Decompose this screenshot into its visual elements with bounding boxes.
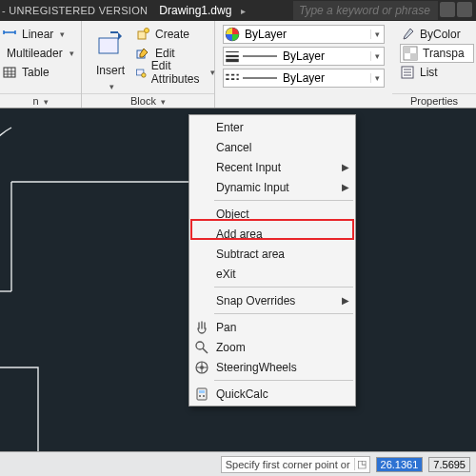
list-button[interactable]: List [400, 63, 474, 82]
pan-icon [194, 320, 209, 335]
panel-properties: ByColor Transpa List Properties [392, 21, 476, 108]
prompt-options-icon[interactable]: ◳ [354, 458, 369, 470]
ctx-exit[interactable]: eXit [189, 264, 355, 284]
ctx-separator [214, 287, 353, 288]
svg-rect-11 [404, 47, 410, 53]
ctx-add-area[interactable]: Add area [189, 224, 355, 244]
quickcalc-icon [194, 387, 209, 402]
svg-rect-2 [138, 31, 146, 39]
help-search-input[interactable] [299, 4, 432, 17]
svg-rect-18 [199, 390, 205, 393]
lineweight-combo[interactable]: ByLayer ▾ [223, 47, 385, 66]
dimension-linear-icon [2, 27, 17, 42]
transparency-icon [403, 46, 418, 61]
coord-y[interactable]: 7.5695 [428, 457, 470, 472]
color-combo[interactable]: ByLayer ▾ [223, 25, 385, 44]
linear-button[interactable]: Linear▾ [2, 25, 73, 44]
command-prompt[interactable]: Specify first corner point or ◳ [221, 456, 370, 473]
svg-point-20 [203, 395, 205, 397]
linetype-combo[interactable]: ByLayer ▾ [223, 69, 385, 88]
titlebar: - UNREGISTERED VERSION Drawing1.dwg ▸ [0, 0, 476, 21]
submenu-arrow-icon: ▶ [342, 182, 349, 192]
ctx-object[interactable]: Object [189, 204, 355, 224]
titlebar-icon[interactable] [457, 2, 472, 17]
bycolor-button[interactable]: ByColor [400, 25, 474, 44]
infocenter-icon[interactable] [440, 2, 455, 17]
svg-point-19 [199, 395, 201, 397]
edit-block-icon [135, 46, 150, 61]
svg-rect-0 [4, 68, 15, 77]
ribbon: Linear▾ Multileader▾ Table n ▾ Insert ▾ … [0, 21, 476, 109]
ctx-pan[interactable]: Pan [189, 317, 355, 337]
ctx-enter[interactable]: Enter [189, 117, 355, 137]
list-icon [400, 65, 415, 80]
titlebar-right-icons [440, 2, 472, 17]
panel-layer-combos: ByLayer ▾ ByLayer ▾ ByLayer ▾ [215, 21, 392, 108]
transparency-button[interactable]: Transpa [400, 44, 474, 63]
insert-button[interactable]: Insert ▾ [89, 27, 131, 93]
svg-point-6 [142, 73, 146, 77]
svg-point-14 [196, 342, 204, 349]
svg-rect-1 [99, 38, 118, 53]
lineweight-icon [224, 48, 241, 65]
submenu-arrow-icon: ▶ [342, 295, 349, 306]
edit-attributes-icon [135, 65, 147, 80]
document-title: Drawing1.dwg [159, 4, 231, 17]
annotation-panel-title[interactable]: n ▾ [0, 93, 81, 107]
command-prompt-text: Specify first corner point or [222, 459, 354, 470]
ctx-zoom[interactable]: Zoom [189, 337, 355, 357]
color-wheel-icon [224, 26, 241, 43]
insert-block-icon [95, 29, 126, 59]
submenu-arrow-icon: ▶ [342, 162, 349, 172]
ctx-recent-input[interactable]: Recent Input▶ [189, 157, 355, 177]
ctx-dynamic-input[interactable]: Dynamic Input▶ [189, 177, 355, 197]
block-panel-title[interactable]: Block ▾ [82, 93, 214, 107]
ctx-subtract-area[interactable]: Subtract area [189, 244, 355, 264]
zoom-icon [194, 340, 209, 355]
help-search-box[interactable] [293, 1, 438, 20]
ctx-cancel[interactable]: Cancel [189, 137, 355, 157]
ctx-separator [214, 313, 353, 314]
table-icon [2, 65, 17, 80]
ctx-steeringwheels[interactable]: SteeringWheels [189, 357, 355, 377]
ctx-separator [214, 380, 353, 381]
context-menu: Enter Cancel Recent Input▶ Dynamic Input… [188, 114, 356, 407]
linetype-icon [224, 69, 241, 87]
unregistered-label: - UNREGISTERED VERSION [2, 5, 148, 16]
dropper-icon [400, 27, 415, 42]
panel-annotation: Linear▾ Multileader▾ Table n ▾ [0, 21, 82, 108]
properties-panel-title[interactable]: Properties [392, 93, 476, 107]
ctx-separator [214, 200, 353, 201]
panel-block: Insert ▾ Create Edit Edit Attributes▾ Bl… [82, 21, 215, 108]
table-button[interactable]: Table [2, 63, 73, 82]
steeringwheels-icon [194, 360, 209, 375]
ctx-quickcalc[interactable]: QuickCalc [189, 384, 355, 404]
edit-attributes-button[interactable]: Edit Attributes▾ [135, 63, 215, 82]
create-block-icon [135, 27, 150, 42]
svg-point-3 [145, 29, 149, 33]
coord-x[interactable]: 26.1361 [376, 457, 424, 472]
svg-rect-17 [197, 388, 207, 400]
multileader-button[interactable]: Multileader▾ [2, 44, 73, 63]
svg-rect-12 [410, 53, 417, 60]
status-bar: Specify first corner point or ◳ 26.1361 … [0, 451, 476, 476]
create-button[interactable]: Create [135, 25, 215, 44]
svg-point-16 [200, 366, 204, 369]
doc-dropdown-icon[interactable]: ▸ [241, 6, 246, 16]
ctx-snap-overrides[interactable]: Snap Overrides▶ [189, 290, 355, 310]
